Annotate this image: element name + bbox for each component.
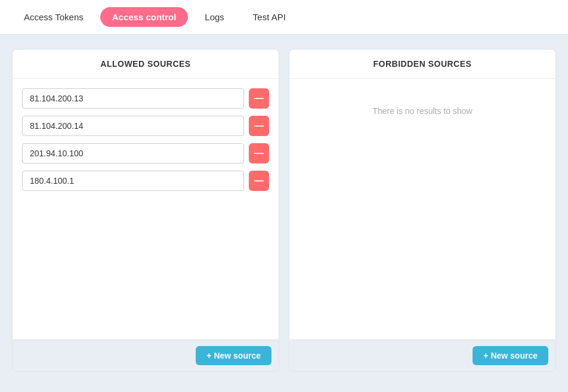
- allowed-sources-title: ALLOWED SOURCES: [13, 50, 279, 79]
- forbidden-sources-title: FORBIDDEN SOURCES: [289, 50, 555, 79]
- main-content: ALLOWED SOURCES + New source FOR: [0, 35, 568, 386]
- source-input-3[interactable]: [22, 143, 244, 163]
- source-row-2: [22, 116, 269, 136]
- tab-access-tokens[interactable]: Access Tokens: [12, 7, 95, 27]
- remove-source-1-button[interactable]: [249, 88, 269, 109]
- remove-source-2-button[interactable]: [249, 116, 269, 136]
- source-input-2[interactable]: [22, 116, 244, 136]
- allowed-sources-body: [13, 79, 279, 339]
- source-row-3: [22, 143, 269, 163]
- remove-source-3-button[interactable]: [249, 143, 269, 163]
- source-input-1[interactable]: [22, 88, 244, 109]
- add-forbidden-source-button[interactable]: + New source: [473, 346, 548, 365]
- forbidden-sources-footer: + New source: [289, 339, 555, 371]
- add-allowed-source-button[interactable]: + New source: [196, 346, 271, 365]
- tab-logs[interactable]: Logs: [193, 7, 236, 27]
- allowed-sources-footer: + New source: [13, 339, 279, 371]
- allowed-sources-panel: ALLOWED SOURCES + New source: [12, 49, 279, 372]
- source-row-1: [22, 88, 269, 109]
- forbidden-sources-panel: FORBIDDEN SOURCES There is no results to…: [289, 49, 556, 372]
- nav-bar: Access Tokens Access control Logs Test A…: [0, 0, 568, 35]
- tab-test-api[interactable]: Test API: [241, 7, 298, 27]
- tab-access-control[interactable]: Access control: [100, 7, 189, 27]
- source-row-4: [22, 171, 269, 191]
- remove-source-4-button[interactable]: [249, 171, 269, 191]
- forbidden-sources-body: There is no results to show: [289, 79, 555, 339]
- source-input-4[interactable]: [22, 171, 244, 191]
- no-results-text: There is no results to show: [299, 106, 546, 116]
